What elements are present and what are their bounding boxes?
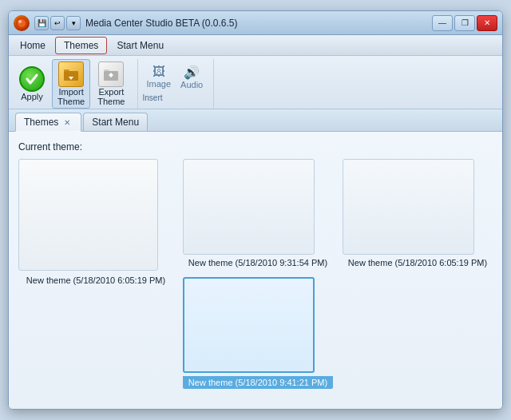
main-window: 💾 ↩ ▾ Media Center Studio BETA (0.0.6.5)… [8, 10, 503, 410]
tab-themes-close[interactable]: ✕ [61, 117, 73, 128]
current-theme-panel: New theme (5/18/2010 6:05:19 PM) [18, 159, 173, 399]
import-theme-icon [58, 61, 84, 87]
insert-buttons: 🖼 Image 🔊 Audio [143, 59, 208, 92]
current-theme-label: Current theme: [18, 141, 493, 153]
minimize-button[interactable]: — [432, 15, 453, 31]
apply-icon-circle [19, 66, 45, 92]
image-icon: 🖼 [153, 65, 165, 79]
right-themes-panel: New theme (5/18/2010 9:31:54 PM) New the… [183, 159, 493, 399]
window-controls: — ❐ ✕ [432, 15, 497, 31]
content-area: Current theme: New theme (5/18/2010 6:05… [9, 132, 502, 409]
theme-name-1: New theme (5/18/2010 9:31:54 PM) [183, 258, 333, 267]
quick-undo-btn[interactable]: ↩ [50, 16, 65, 30]
theme-card-1[interactable]: New theme (5/18/2010 9:31:54 PM) [183, 159, 333, 267]
audio-icon: 🔊 [184, 65, 200, 80]
tab-start-menu[interactable]: Start Menu [83, 113, 148, 131]
theme-card-2[interactable]: New theme (5/18/2010 6:05:19 PM) [343, 159, 493, 267]
menu-item-start-menu[interactable]: Start Menu [109, 38, 172, 53]
ribbon-group-themes: ExportTheme [92, 59, 137, 109]
export-theme-button[interactable]: ExportTheme [92, 59, 130, 109]
theme-name-3: New theme (5/18/2010 9:41:21 PM) [183, 376, 333, 389]
image-button[interactable]: 🖼 Image [143, 62, 176, 92]
import-theme-label: ImportTheme [57, 87, 85, 106]
apply-label: Apply [21, 92, 43, 101]
theme-thumbnail-3[interactable] [183, 277, 315, 373]
current-theme-name: New theme (5/18/2010 6:05:19 PM) [18, 275, 173, 285]
import-theme-button[interactable]: ImportTheme [52, 59, 90, 109]
image-label: Image [147, 79, 172, 89]
insert-group-label: Insert [143, 93, 163, 104]
tab-strip: Themes ✕ Start Menu [9, 109, 502, 132]
quick-menu-btn[interactable]: ▾ [66, 16, 81, 30]
tab-start-menu-label: Start Menu [92, 117, 139, 128]
close-button[interactable]: ✕ [477, 15, 497, 31]
title-bar-left: 💾 ↩ ▾ Media Center Studio BETA (0.0.6.5) [14, 15, 238, 31]
theme-thumbnail-2[interactable] [343, 159, 474, 255]
svg-point-2 [18, 20, 22, 23]
tab-themes[interactable]: Themes ✕ [15, 113, 81, 132]
menu-item-home[interactable]: Home [12, 38, 53, 53]
menu-item-themes[interactable]: Themes [55, 37, 107, 54]
audio-button[interactable]: 🔊 Audio [176, 62, 207, 92]
title-bar-quick-access: 💾 ↩ ▾ [34, 16, 81, 30]
restore-button[interactable]: ❐ [454, 15, 475, 31]
tab-themes-label: Themes [24, 117, 58, 128]
ribbon-theme-buttons: ExportTheme [92, 59, 130, 109]
export-icon-box [98, 61, 124, 87]
theme-card-3[interactable]: New theme (5/18/2010 9:41:21 PM) [183, 277, 333, 389]
current-theme-thumbnail[interactable] [18, 159, 158, 271]
export-theme-icon [98, 61, 124, 87]
apply-button[interactable]: Apply [14, 59, 50, 109]
apply-icon [19, 66, 45, 92]
ribbon: Apply ImportTheme [9, 56, 502, 109]
menu-bar: Home Themes Start Menu [9, 35, 502, 56]
themes-grid: New theme (5/18/2010 6:05:19 PM) New the… [18, 159, 493, 399]
quick-save-btn[interactable]: 💾 [34, 16, 49, 30]
import-icon-box [58, 61, 84, 87]
theme-name-2: New theme (5/18/2010 6:05:19 PM) [343, 258, 493, 267]
svg-point-1 [18, 19, 26, 27]
app-icon [14, 15, 30, 31]
export-theme-label: ExportTheme [97, 87, 125, 106]
theme-thumbnail-1[interactable] [183, 159, 315, 255]
window-title: Media Center Studio BETA (0.0.6.5) [85, 18, 238, 29]
ribbon-group-insert: 🖼 Image 🔊 Audio Insert [143, 59, 215, 109]
audio-label: Audio [180, 80, 203, 89]
title-bar: 💾 ↩ ▾ Media Center Studio BETA (0.0.6.5)… [9, 11, 502, 35]
theme-card-empty [343, 277, 493, 389]
